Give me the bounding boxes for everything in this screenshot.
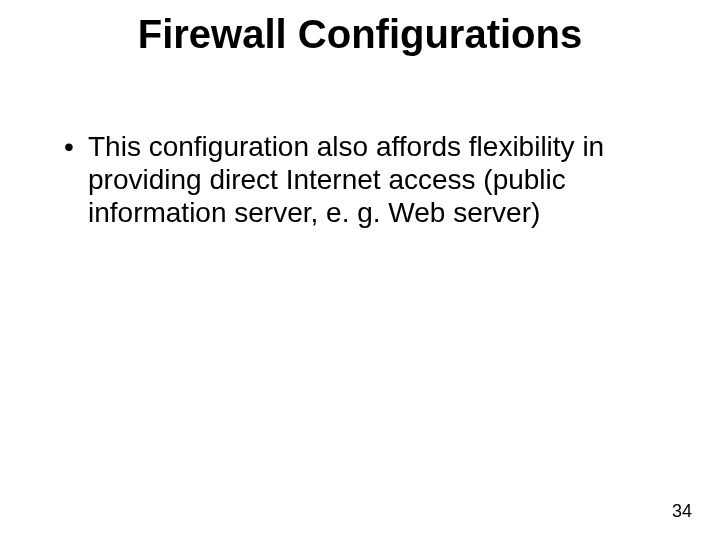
bullet-list: This configuration also affords flexibil… bbox=[60, 130, 620, 229]
slide-title: Firewall Configurations bbox=[0, 12, 720, 56]
slide-body: This configuration also affords flexibil… bbox=[60, 130, 620, 229]
slide: Firewall Configurations This configurati… bbox=[0, 0, 720, 540]
page-number: 34 bbox=[672, 501, 692, 522]
bullet-text: This configuration also affords flexibil… bbox=[88, 131, 604, 228]
list-item: This configuration also affords flexibil… bbox=[60, 130, 620, 229]
